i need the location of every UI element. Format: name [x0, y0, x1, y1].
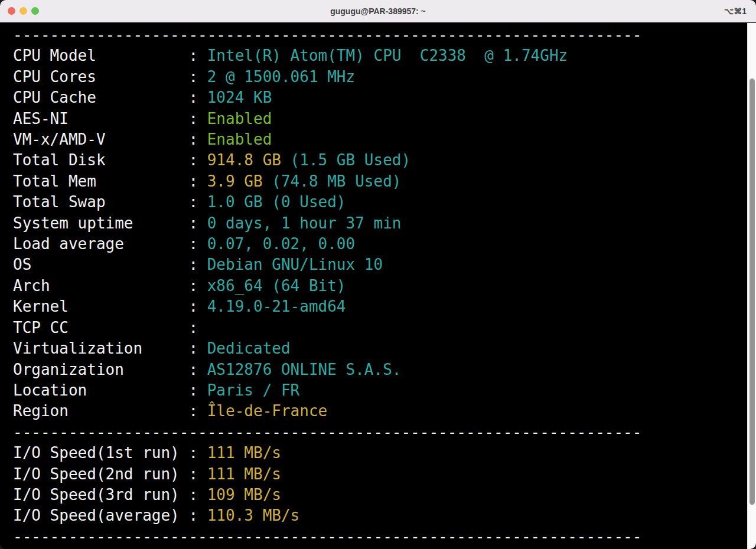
row-label: OS: [13, 254, 188, 275]
row-value-segment: (1.5 GB Used): [281, 151, 410, 169]
info-row-i-o-speed-2nd-run: I/O Speed(2nd run): 111 MB/s: [13, 464, 756, 485]
row-colon: :: [188, 277, 207, 295]
row-colon: :: [188, 172, 207, 190]
row-label: TCP CC: [13, 318, 188, 338]
info-row-arch: Arch: x86_64 (64 Bit): [13, 276, 756, 296]
info-row-cpu-cores: CPU Cores: 2 @ 1500.061 MHz: [13, 67, 756, 87]
row-value-segment: AS12876 ONLINE S.A.S.: [207, 361, 402, 378]
row-colon: :: [188, 89, 207, 106]
row-label: Kernel: [13, 296, 188, 317]
row-label: Arch: [13, 276, 188, 296]
row-colon: :: [188, 214, 207, 232]
info-row-cpu-cache: CPU Cache: 1024 KB: [13, 87, 756, 108]
row-label: I/O Speed(3rd run): [13, 485, 188, 505]
row-colon: :: [188, 465, 207, 483]
row-label: System uptime: [13, 213, 188, 234]
row-label: VM-x/AMD-V: [13, 129, 188, 150]
info-row-total-swap: Total Swap: 1.0 GB (0 Used): [13, 192, 756, 213]
row-colon: :: [188, 486, 207, 504]
fullscreen-button[interactable]: [31, 7, 39, 15]
row-label: I/O Speed(1st run): [13, 443, 188, 463]
terminal-body: ----------------------------------------…: [0, 23, 756, 547]
row-colon: :: [188, 193, 207, 211]
info-row-total-disk: Total Disk: 914.8 GB (1.5 GB Used): [13, 150, 756, 171]
info-row-system-uptime: System uptime: 0 days, 1 hour 37 min: [13, 213, 756, 234]
row-label: CPU Cores: [13, 67, 188, 87]
row-value-segment: 2 @ 1500.061 MHz: [207, 68, 355, 86]
info-row-kernel: Kernel: 4.19.0-21-amd64: [13, 296, 756, 317]
info-row-region: Region: Île-de-France: [13, 401, 756, 421]
info-row-load-average: Load average: 0.07, 0.02, 0.00: [13, 234, 756, 254]
info-row-organization: Organization: AS12876 ONLINE S.A.S.: [13, 360, 756, 380]
row-value-segment: Île-de-France: [207, 402, 328, 420]
minimize-button[interactable]: [19, 7, 27, 15]
row-colon: :: [188, 151, 207, 169]
separator-line: ----------------------------------------…: [13, 527, 756, 547]
row-colon: :: [188, 319, 207, 336]
row-colon: :: [188, 361, 207, 378]
terminal-content[interactable]: ----------------------------------------…: [0, 23, 756, 549]
row-label: Total Mem: [13, 171, 188, 192]
row-value-segment: 0.07, 0.02, 0.00: [207, 235, 355, 253]
row-label: Virtualization: [13, 338, 188, 359]
info-row-cpu-model: CPU Model: Intel(R) Atom(TM) CPU C2338 @…: [13, 45, 756, 66]
info-row-tcp-cc: TCP CC:: [13, 318, 756, 338]
row-colon: :: [188, 130, 207, 148]
info-row-i-o-speed-average: I/O Speed(average): 110.3 MB/s: [13, 505, 756, 526]
row-label: CPU Cache: [13, 87, 188, 108]
traffic-lights: [8, 7, 39, 15]
row-colon: :: [188, 444, 207, 462]
row-value-segment: 109 MB/s: [207, 486, 281, 504]
row-label: Organization: [13, 360, 188, 380]
row-value-segment: 914.8 GB: [207, 151, 281, 169]
row-colon: :: [188, 339, 207, 357]
row-label: CPU Model: [13, 45, 188, 66]
separator-line: ----------------------------------------…: [13, 422, 756, 443]
row-colon: :: [188, 235, 207, 253]
row-colon: :: [188, 47, 207, 64]
row-colon: :: [188, 381, 207, 399]
info-row-location: Location: Paris / FR: [13, 380, 756, 401]
row-value-segment: 1024 KB: [207, 89, 272, 106]
row-label: Total Disk: [13, 150, 188, 171]
row-value-segment: (74.8 MB Used): [263, 172, 402, 190]
info-row-i-o-speed-1st-run: I/O Speed(1st run): 111 MB/s: [13, 443, 756, 463]
info-row-total-mem: Total Mem: 3.9 GB (74.8 MB Used): [13, 171, 756, 192]
scrollbar-track[interactable]: [747, 23, 756, 549]
info-row-os: OS: Debian GNU/Linux 10: [13, 254, 756, 275]
row-label: AES-NI: [13, 109, 188, 129]
row-value-segment: 111 MB/s: [207, 444, 281, 462]
row-colon: :: [188, 506, 207, 524]
row-colon: :: [188, 68, 207, 86]
title-bar: gugugu@PAR-389957: ~ ⌥⌘1: [0, 0, 756, 22]
row-colon: :: [188, 402, 207, 420]
info-row-aes-ni: AES-NI: Enabled: [13, 109, 756, 129]
info-row-i-o-speed-3rd-run: I/O Speed(3rd run): 109 MB/s: [13, 485, 756, 505]
row-value-segment: 4.19.0-21-amd64: [207, 298, 346, 315]
row-value-segment: 0 days, 1 hour 37 min: [207, 214, 402, 232]
row-label: Region: [13, 401, 188, 421]
row-value-segment: Dedicated: [207, 339, 291, 357]
row-label: Load average: [13, 234, 188, 254]
row-label: Location: [13, 380, 188, 401]
row-value-segment: Intel(R) Atom(TM) CPU C2338 @ 1.74GHz: [207, 47, 568, 64]
row-colon: :: [188, 298, 207, 315]
row-value-segment: 111 MB/s: [207, 465, 281, 483]
row-value-segment: 1.0 GB (0 Used): [207, 193, 346, 211]
separator-line: ----------------------------------------…: [13, 25, 756, 45]
row-label: I/O Speed(average): [13, 505, 188, 526]
info-row-vm-x-amd-v: VM-x/AMD-V: Enabled: [13, 129, 756, 150]
info-row-virtualization: Virtualization: Dedicated: [13, 338, 756, 359]
window-shortcut-badge: ⌥⌘1: [724, 6, 747, 16]
row-value-segment: Enabled: [207, 110, 272, 128]
row-value-segment: x86_64 (64 Bit): [207, 277, 346, 295]
close-button[interactable]: [8, 7, 15, 15]
scrollbar-thumb[interactable]: [750, 79, 755, 505]
row-label: I/O Speed(2nd run): [13, 464, 188, 485]
row-value-segment: Paris / FR: [207, 381, 300, 399]
row-value-segment: 3.9 GB: [207, 172, 263, 190]
row-value-segment: Debian GNU/Linux 10: [207, 256, 383, 273]
row-label: Total Swap: [13, 192, 188, 213]
terminal-window: gugugu@PAR-389957: ~ ⌥⌘1 ---------------…: [0, 0, 756, 549]
row-value-segment: 110.3 MB/s: [207, 506, 300, 524]
